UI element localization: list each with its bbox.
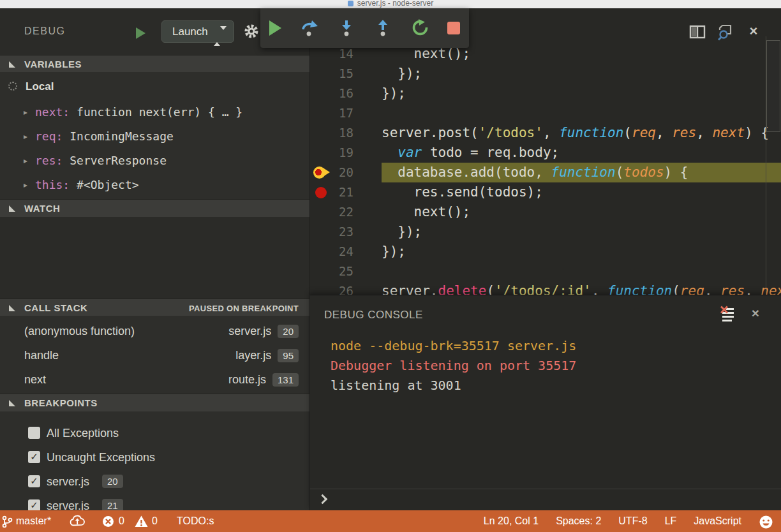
code-line[interactable]: 22 next(); [310, 202, 781, 222]
step-over-icon[interactable] [301, 19, 318, 37]
line-number: 17 [310, 103, 353, 123]
breakpoint-row[interactable]: ✓server.js20 [0, 470, 309, 494]
expand-twisty-icon[interactable]: ▸ [24, 100, 27, 124]
cursor-position[interactable]: Ln 20, Col 1 [484, 510, 539, 532]
split-editor-icon[interactable] [689, 24, 706, 40]
git-branch-label[interactable]: master* [16, 510, 51, 532]
code-line[interactable]: 19 var todo = req.body; [310, 143, 781, 163]
checkbox-unchecked-icon[interactable] [28, 427, 40, 439]
debug-console-panel: DEBUG CONSOLE × node --debug-brk=35517 s… [309, 295, 781, 510]
warnings-count[interactable]: 0 [152, 510, 158, 532]
stop-icon[interactable] [447, 19, 460, 37]
close-editor-icon[interactable]: × [745, 24, 762, 40]
frame-file: route.js [228, 367, 266, 392]
variable-row[interactable]: ▸res: ServerResponse [0, 149, 309, 173]
debug-toolbar [260, 8, 469, 48]
variable-row[interactable]: ▸next: function next(err) { … } [0, 100, 309, 124]
editor-scrollbar[interactable] [766, 36, 781, 295]
variables-scope-row[interactable]: Local [0, 76, 309, 100]
frame-line-badge: 95 [278, 349, 299, 362]
step-into-icon[interactable] [338, 19, 355, 37]
code-line[interactable]: 21 res.send(todos); [310, 182, 781, 202]
variables-section-label: VARIABLES [24, 59, 82, 70]
clear-console-icon[interactable] [720, 306, 737, 323]
breakpoint-row[interactable]: All Exceptions [0, 422, 309, 446]
variables-section-header[interactable]: VARIABLES [0, 55, 309, 72]
variable-row[interactable]: ▸this: #<Object> [0, 173, 309, 197]
errors-icon[interactable] [102, 515, 114, 532]
scrollbar-thumb[interactable] [766, 40, 780, 132]
checkbox-checked-icon[interactable]: ✓ [28, 475, 40, 487]
expand-twisty-icon[interactable]: ▸ [24, 124, 27, 149]
code-line[interactable]: 18server.post('/todos', function(req, re… [310, 123, 781, 143]
variable-value: IncomingMessage [70, 124, 174, 149]
sync-cloud-icon[interactable] [69, 515, 86, 532]
indentation-setting[interactable]: Spaces: 2 [556, 510, 601, 532]
close-console-icon[interactable]: × [748, 306, 763, 321]
encoding-setting[interactable]: UTF-8 [618, 510, 647, 532]
configure-gear-icon[interactable] [243, 23, 260, 40]
variable-value: #<Object> [77, 173, 139, 197]
restart-icon[interactable] [411, 19, 429, 37]
console-line: Debugger listening on port 35517 [331, 356, 576, 376]
frame-line-badge: 20 [278, 325, 299, 338]
feedback-smiley-icon[interactable] [759, 513, 773, 529]
continue-icon[interactable] [269, 19, 282, 37]
frame-line-badge: 131 [272, 373, 299, 387]
search-preview-icon[interactable] [717, 24, 733, 40]
launch-config-label: Launch [172, 26, 208, 38]
checkbox-checked-icon[interactable]: ✓ [28, 451, 40, 463]
file-proxy-icon [348, 1, 353, 6]
callstack-section-header[interactable]: CALL STACK PAUSED ON BREAKPOINT [0, 299, 309, 316]
breakpoints-section-header[interactable]: BREAKPOINTS [0, 394, 309, 411]
eol-setting[interactable]: LF [665, 510, 677, 532]
window-title-bar[interactable]: server.js - node-server [0, 0, 781, 8]
code-line[interactable]: 26server.delete('/todos/:id', function(r… [310, 281, 781, 295]
warnings-icon[interactable] [135, 515, 148, 532]
variables-section-body: Local ▸next: function next(err) { … }▸re… [0, 72, 309, 199]
line-number: 20 [310, 163, 353, 182]
language-mode[interactable]: JavaScript [694, 510, 741, 532]
line-number: 26 [310, 281, 353, 295]
line-number: 19 [310, 143, 353, 163]
code-line[interactable]: 15 }); [310, 64, 781, 84]
callstack-frame-row[interactable]: handlelayer.js95 [0, 343, 309, 367]
code-line[interactable]: 16}); [310, 84, 781, 103]
variable-value: ServerResponse [70, 149, 167, 173]
code-line[interactable]: 24}); [310, 242, 781, 262]
variable-row[interactable]: ▸req: IncomingMessage [0, 124, 309, 149]
callstack-section-body: (anonymous function)server.js20handlelay… [0, 316, 309, 394]
line-number: 22 [310, 202, 353, 222]
breakpoint-row[interactable]: ✓Uncaught Exceptions [0, 446, 309, 470]
code-line[interactable]: 20 database.add(todo, function(todos) { [310, 163, 781, 182]
step-out-icon[interactable] [374, 19, 392, 37]
code-text: server.post('/todos', function(req, res,… [382, 123, 769, 143]
code-line[interactable]: 25 [310, 262, 781, 281]
variable-value: function next(err) { … } [77, 100, 242, 124]
code-line[interactable]: 23 }); [310, 222, 781, 242]
launch-config-select[interactable]: Launch [161, 20, 234, 43]
scope-label: Local [26, 80, 54, 93]
code-line[interactable]: 17 [310, 103, 781, 123]
line-number: 25 [310, 262, 353, 281]
paused-status-badge: PAUSED ON BREAKPOINT [189, 304, 299, 313]
code-editor[interactable]: × 14 next();15 });16});1718server.post('… [309, 8, 781, 295]
todo-status-item[interactable]: TODO:s [177, 510, 214, 532]
vscode-window: server.js - node-server DEBUG Launch VAR… [0, 0, 781, 532]
git-branch-icon[interactable] [1, 515, 13, 532]
console-line: listening at 3001 [331, 376, 461, 395]
console-line: node --debug-brk=35517 server.js [331, 336, 576, 356]
callstack-frame-row[interactable]: nextroute.js131 [0, 367, 309, 392]
expand-twisty-icon[interactable]: ▸ [24, 149, 27, 173]
console-input[interactable] [310, 489, 781, 511]
breakpoint-line-badge: 20 [102, 475, 123, 488]
code-area[interactable]: 14 next();15 });16});1718server.post('/t… [310, 44, 781, 295]
line-number: 23 [310, 222, 353, 242]
variable-name: res: [35, 149, 70, 173]
watch-section-header[interactable]: WATCH [0, 199, 309, 217]
expand-twisty-icon[interactable]: ▸ [24, 173, 27, 197]
start-debug-icon[interactable] [136, 27, 145, 39]
errors-count[interactable]: 0 [119, 510, 124, 532]
callstack-frame-row[interactable]: (anonymous function)server.js20 [0, 319, 309, 343]
line-number: 18 [310, 123, 353, 143]
